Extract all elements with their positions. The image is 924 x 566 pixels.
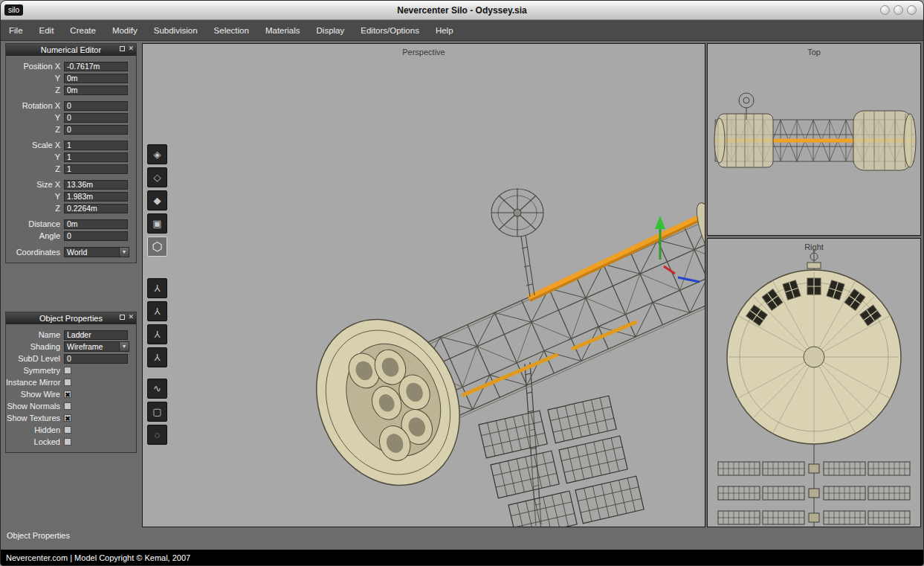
show-normals-checkbox[interactable]: [64, 402, 71, 410]
menu-edit[interactable]: Edit: [31, 26, 62, 35]
numeric-row: Rotation X: [6, 100, 133, 112]
size-z-input[interactable]: [64, 204, 128, 213]
face-mode-button[interactable]: ◆: [147, 190, 167, 210]
right-canvas[interactable]: [708, 239, 920, 527]
solar-panels: [479, 396, 644, 527]
angle-input[interactable]: [64, 231, 128, 241]
instance-mirror-checkbox[interactable]: [64, 379, 71, 386]
rotation-y-input[interactable]: [64, 113, 128, 123]
numeric-row: Z: [6, 123, 133, 135]
show-textures-checkbox[interactable]: ✖: [64, 414, 71, 422]
flag-row: Instance Mirror: [6, 376, 133, 388]
lasso-select-icon: ◌: [155, 429, 161, 440]
position-z-input[interactable]: [64, 86, 128, 95]
close-panel-icon[interactable]: ✕: [128, 45, 134, 52]
subd-level-input[interactable]: [64, 354, 128, 364]
minimize-button[interactable]: [880, 5, 890, 15]
scale-tool-button[interactable]: Y: [147, 324, 167, 344]
symmetry-checkbox[interactable]: [64, 367, 71, 374]
hidden-checkbox[interactable]: [64, 426, 71, 434]
collapse-panel-icon[interactable]: [120, 315, 125, 320]
perspective-viewport[interactable]: Perspective: [142, 43, 705, 527]
field-label: Y: [6, 74, 64, 83]
numeric-row: Z: [6, 202, 133, 214]
footer-bar: Nevercenter.com | Model Copyright © Kema…: [1, 550, 923, 565]
shading-value: Wireframe: [65, 342, 119, 351]
numerical-editor-panel: Numerical Editor ✕ Position X Y Z Rotati…: [5, 43, 137, 263]
object-properties-panel: Object Properties ✕ Name Shading Wirefra…: [5, 312, 137, 453]
menu-bar: File Edit Create Modify Subdivision Sele…: [1, 20, 923, 41]
object-mode-button[interactable]: ▣: [147, 213, 167, 234]
flag-row: Hidden: [6, 424, 133, 436]
locked-checkbox[interactable]: [64, 438, 71, 446]
menu-create[interactable]: Create: [62, 26, 104, 35]
position-y-input[interactable]: [64, 74, 128, 83]
menu-help[interactable]: Help: [427, 26, 462, 35]
solar-arrays-right-view: [718, 444, 910, 527]
scale-z-input[interactable]: [64, 164, 128, 174]
lasso-select-button[interactable]: ◌: [147, 425, 167, 445]
title-bar[interactable]: silo Nevercenter Silo - Odyssey.sia: [1, 1, 923, 20]
vertex-mode-icon: ◈: [154, 149, 161, 160]
rotation-z-input[interactable]: [64, 125, 128, 135]
menu-selection[interactable]: Selection: [206, 26, 257, 35]
rotate-tool-button[interactable]: Y: [147, 301, 167, 321]
dish-antenna: [491, 189, 543, 297]
soft-selection-icon: ∿: [153, 383, 161, 394]
field-label: Angle: [6, 231, 64, 240]
size-x-input[interactable]: [64, 180, 128, 190]
close-panel-icon[interactable]: ✕: [128, 314, 134, 321]
name-label: Name: [6, 330, 64, 339]
right-viewport[interactable]: Right: [707, 238, 921, 527]
show-wire-checkbox[interactable]: ✖: [64, 390, 71, 398]
multi-mode-button[interactable]: ⬡: [147, 237, 167, 257]
flag-label: Instance Mirror: [6, 378, 64, 387]
field-label: Scale X: [6, 141, 64, 149]
multi-mode-icon: ⬡: [152, 239, 163, 254]
collapse-panel-icon[interactable]: [120, 46, 125, 51]
menu-editors-options[interactable]: Editors/Options: [352, 26, 427, 35]
field-label: Y: [6, 192, 64, 201]
numeric-row: Y: [6, 151, 133, 163]
field-label: Z: [6, 86, 64, 94]
scale-y-input[interactable]: [64, 152, 128, 162]
marquee-select-button[interactable]: ▢: [147, 402, 167, 422]
scale-x-input[interactable]: [64, 141, 128, 150]
shading-dropdown[interactable]: Wireframe ▼: [64, 341, 129, 352]
soft-selection-button[interactable]: ∿: [147, 379, 167, 399]
numerical-editor-header[interactable]: Numerical Editor ✕: [6, 44, 136, 56]
menu-display[interactable]: Display: [308, 26, 353, 35]
edge-mode-button[interactable]: ◇: [147, 167, 167, 187]
menu-subdivision[interactable]: Subdivision: [146, 26, 206, 35]
top-canvas[interactable]: [708, 44, 920, 235]
rotation-x-input[interactable]: [64, 101, 128, 111]
flag-row: Show Normals: [6, 400, 133, 412]
perspective-canvas[interactable]: [143, 44, 705, 527]
flag-label: Show Normals: [6, 402, 64, 411]
coordinates-dropdown[interactable]: World ▼: [64, 247, 129, 257]
flag-row: Symmetry: [6, 364, 133, 376]
coordinates-row: Coordinates World ▼: [6, 246, 133, 258]
menu-file[interactable]: File: [1, 26, 31, 35]
move-tool-button[interactable]: Y: [147, 278, 167, 298]
universal-manipulator-button[interactable]: Y: [147, 347, 167, 367]
object-name-input[interactable]: [64, 330, 128, 340]
position-x-input[interactable]: [64, 62, 128, 71]
vertex-mode-button[interactable]: ◈: [147, 144, 167, 164]
menu-materials[interactable]: Materials: [257, 26, 308, 35]
flag-row: Show Textures✖: [6, 412, 133, 424]
maximize-button[interactable]: [894, 5, 903, 15]
object-properties-header[interactable]: Object Properties ✕: [6, 312, 136, 324]
menu-modify[interactable]: Modify: [104, 26, 146, 35]
field-label: Distance: [6, 219, 64, 228]
flag-label: Show Textures: [6, 414, 64, 422]
dome-right-view: [727, 270, 901, 444]
top-viewport[interactable]: Top: [707, 43, 921, 236]
y-axis-arrow: [655, 216, 665, 229]
marquee-select-icon: ▢: [152, 406, 161, 417]
distance-input[interactable]: [64, 219, 128, 229]
size-y-input[interactable]: [64, 192, 128, 202]
chevron-down-icon: ▼: [119, 248, 129, 257]
field-label: Y: [6, 113, 64, 122]
close-button[interactable]: [907, 5, 917, 15]
